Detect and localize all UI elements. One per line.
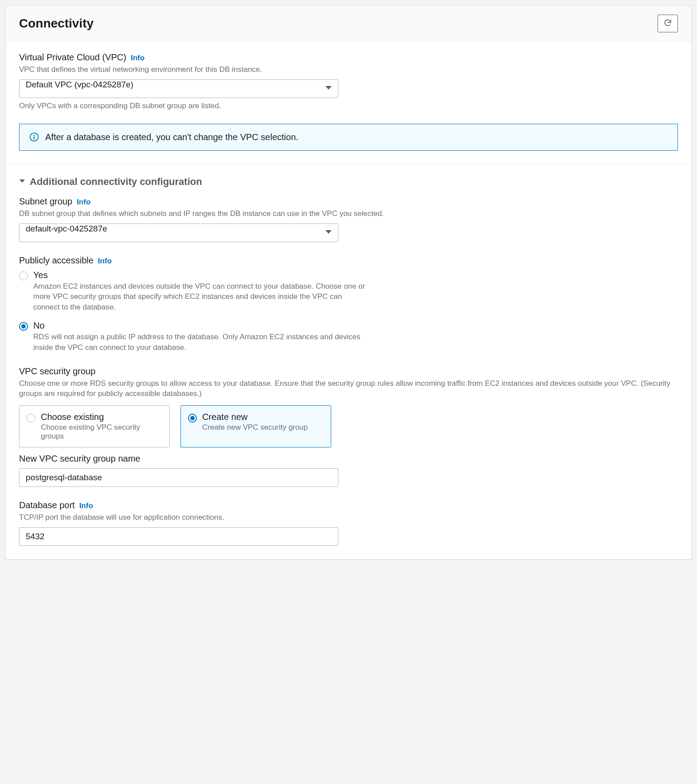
- radio-icon: [19, 322, 28, 331]
- radio-icon: [19, 271, 28, 280]
- sg-create-desc: Create new VPC security group: [202, 423, 308, 432]
- additional-config-toggle[interactable]: Additional connectivity configuration: [19, 176, 678, 188]
- svg-rect-2: [34, 137, 35, 139]
- radio-yes-label: Yes: [33, 270, 678, 280]
- security-group-section: VPC security group Choose one or more RD…: [19, 366, 678, 487]
- radio-no-desc: RDS will not assign a public IP address …: [33, 332, 370, 353]
- publicly-accessible-no[interactable]: No RDS will not assign a public IP addre…: [19, 321, 678, 353]
- db-port-label: Database port: [19, 500, 75, 510]
- panel-body: Virtual Private Cloud (VPC) Info VPC tha…: [6, 42, 691, 559]
- publicly-accessible-section: Publicly accessible Info Yes Amazon EC2 …: [19, 255, 678, 353]
- vpc-description: VPC that defines the virtual networking …: [19, 64, 678, 75]
- new-sg-name-label: New VPC security group name: [19, 454, 678, 464]
- new-sg-name-input[interactable]: [19, 468, 338, 487]
- vpc-select[interactable]: Default VPC (vpc-0425287e): [19, 79, 338, 98]
- vpc-label: Virtual Private Cloud (VPC): [19, 52, 126, 63]
- caret-down-icon: [19, 178, 25, 186]
- radio-no-label: No: [33, 321, 678, 331]
- vpc-notice-text: After a database is created, you can't c…: [45, 132, 298, 142]
- subnet-label: Subnet group: [19, 196, 72, 207]
- database-port-section: Database port Info TCP/IP port the datab…: [19, 500, 678, 546]
- radio-icon: [188, 414, 197, 423]
- vpc-change-notice: After a database is created, you can't c…: [19, 124, 678, 151]
- publicly-accessible-yes[interactable]: Yes Amazon EC2 instances and devices out…: [19, 270, 678, 313]
- radio-yes-desc: Amazon EC2 instances and devices outside…: [33, 281, 370, 313]
- vpc-field: Virtual Private Cloud (VPC) Info VPC tha…: [19, 52, 678, 110]
- db-port-description: TCP/IP port the database will use for ap…: [19, 512, 678, 523]
- divider: [6, 163, 691, 164]
- sg-existing-label: Choose existing: [41, 412, 162, 422]
- panel-header: Connectivity: [6, 6, 691, 42]
- vpc-helper: Only VPCs with a corresponding DB subnet…: [19, 102, 678, 110]
- subnet-description: DB subnet group that defines which subne…: [19, 208, 678, 219]
- security-group-label: VPC security group: [19, 366, 678, 376]
- publicly-accessible-info-link[interactable]: Info: [98, 257, 112, 266]
- sg-create-new-tile[interactable]: Create new Create new VPC security group: [180, 405, 331, 447]
- additional-config-title: Additional connectivity configuration: [30, 176, 202, 188]
- sg-existing-desc: Choose existing VPC security groups: [41, 423, 162, 441]
- refresh-button[interactable]: [658, 15, 678, 32]
- info-icon: [29, 132, 39, 142]
- vpc-info-link[interactable]: Info: [131, 54, 145, 63]
- svg-point-1: [34, 135, 35, 136]
- subnet-field: Subnet group Info DB subnet group that d…: [19, 196, 678, 242]
- refresh-icon: [663, 19, 672, 29]
- radio-icon: [27, 414, 35, 423]
- sg-choose-existing-tile[interactable]: Choose existing Choose existing VPC secu…: [19, 405, 170, 447]
- db-port-info-link[interactable]: Info: [79, 502, 93, 510]
- subnet-info-link[interactable]: Info: [77, 198, 90, 207]
- connectivity-panel: Connectivity Virtual Private Cloud (VPC)…: [5, 5, 692, 560]
- publicly-accessible-label: Publicly accessible: [19, 255, 94, 266]
- sg-create-label: Create new: [202, 412, 308, 422]
- subnet-select[interactable]: default-vpc-0425287e: [19, 223, 338, 242]
- panel-title: Connectivity: [19, 16, 94, 31]
- db-port-input[interactable]: [19, 527, 338, 546]
- security-group-description: Choose one or more RDS security groups t…: [19, 378, 678, 400]
